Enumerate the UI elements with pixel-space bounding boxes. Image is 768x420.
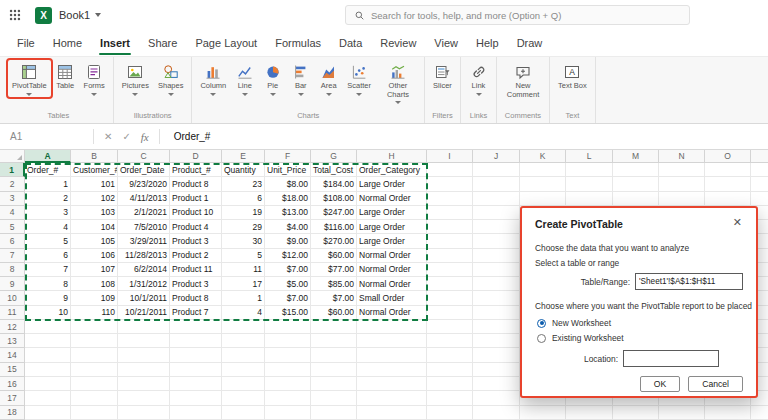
column-header-I[interactable]: I	[427, 150, 473, 163]
cell-H12[interactable]	[357, 320, 427, 334]
column-header-N[interactable]: N	[659, 150, 705, 163]
cell-C11[interactable]: 10/21/2011	[118, 306, 170, 320]
cell-C15[interactable]	[118, 363, 170, 377]
row-header-11[interactable]: 11	[0, 306, 25, 320]
cell-G9[interactable]: $85.00	[311, 277, 357, 291]
cell-D8[interactable]: Product 11	[170, 263, 222, 277]
row-header-15[interactable]: 15	[0, 363, 25, 377]
cell-H17[interactable]	[357, 391, 427, 405]
bar-button[interactable]: Bar	[287, 60, 314, 97]
cell-J15[interactable]	[473, 363, 520, 377]
cell-D3[interactable]: Product 1	[170, 192, 222, 206]
cell-E18[interactable]	[222, 406, 265, 420]
cell-G14[interactable]	[311, 348, 357, 362]
cell-A12[interactable]	[25, 320, 71, 334]
cell-C8[interactable]: 6/2/2014	[118, 263, 170, 277]
slicer-button[interactable]: Slicer	[429, 60, 456, 92]
cell-B16[interactable]	[71, 377, 118, 391]
cell-E13[interactable]	[222, 334, 265, 348]
cell-F3[interactable]: $18.00	[265, 192, 311, 206]
cell-D1[interactable]: Product_#	[170, 163, 222, 177]
cell-F17[interactable]	[265, 391, 311, 405]
cell-I7[interactable]	[427, 249, 473, 263]
cell-N18[interactable]	[659, 406, 705, 420]
cell-A15[interactable]	[25, 363, 71, 377]
cell-C17[interactable]	[118, 391, 170, 405]
cell-C9[interactable]: 1/31/2012	[118, 277, 170, 291]
cell-I11[interactable]	[427, 306, 473, 320]
cell-I1[interactable]	[427, 163, 473, 177]
cell-H6[interactable]: Large Order	[357, 234, 427, 248]
cell-G2[interactable]: $184.00	[311, 177, 357, 191]
cell-J9[interactable]	[473, 277, 520, 291]
cell-F16[interactable]	[265, 377, 311, 391]
menu-tab-file[interactable]: File	[8, 31, 44, 55]
cell-E12[interactable]	[222, 320, 265, 334]
cell-G13[interactable]	[311, 334, 357, 348]
cell-J12[interactable]	[473, 320, 520, 334]
row-header-18[interactable]: 18	[0, 406, 25, 420]
cell-J13[interactable]	[473, 334, 520, 348]
cell-F8[interactable]: $7.00	[265, 263, 311, 277]
row-header-5[interactable]: 5	[0, 220, 25, 234]
cell-G11[interactable]: $60.00	[311, 306, 357, 320]
select-all-corner[interactable]	[0, 150, 25, 163]
cell-E4[interactable]: 19	[222, 206, 265, 220]
cell-K3[interactable]	[520, 192, 566, 206]
cell-D7[interactable]: Product 2	[170, 249, 222, 263]
cell-A2[interactable]: 1	[25, 177, 71, 191]
cell-H2[interactable]: Large Order	[357, 177, 427, 191]
cell-I8[interactable]	[427, 263, 473, 277]
column-header-J[interactable]: J	[473, 150, 520, 163]
cell-B13[interactable]	[71, 334, 118, 348]
menu-tab-view[interactable]: View	[425, 31, 467, 55]
cell-C4[interactable]: 2/1/2021	[118, 206, 170, 220]
cell-L2[interactable]	[566, 177, 613, 191]
existing-worksheet-option[interactable]: Existing Worksheet	[535, 333, 743, 343]
area-button[interactable]: Area	[315, 60, 342, 97]
cell-I13[interactable]	[427, 334, 473, 348]
cell-D12[interactable]	[170, 320, 222, 334]
cell-J18[interactable]	[473, 406, 520, 420]
cell-I5[interactable]	[427, 220, 473, 234]
cell-J5[interactable]	[473, 220, 520, 234]
menu-tab-page-layout[interactable]: Page Layout	[186, 31, 266, 55]
cell-A16[interactable]	[25, 377, 71, 391]
other-charts-button[interactable]: Other Charts	[376, 60, 420, 105]
cell-I18[interactable]	[427, 406, 473, 420]
cell-M1[interactable]	[613, 163, 659, 177]
cell-F7[interactable]: $12.00	[265, 249, 311, 263]
cell-B18[interactable]	[71, 406, 118, 420]
cell-J10[interactable]	[473, 291, 520, 305]
cell-B15[interactable]	[71, 363, 118, 377]
location-input[interactable]	[623, 350, 719, 367]
cell-N2[interactable]	[659, 177, 705, 191]
line-button[interactable]: Line	[231, 60, 258, 97]
cell-G12[interactable]	[311, 320, 357, 334]
formula-content[interactable]: Order_#	[174, 131, 211, 142]
row-header-12[interactable]: 12	[0, 320, 25, 334]
column-header-A[interactable]: A	[25, 150, 71, 163]
cell-K2[interactable]	[520, 177, 566, 191]
cell-J16[interactable]	[473, 377, 520, 391]
cell-F4[interactable]: $13.00	[265, 206, 311, 220]
cell-G1[interactable]: Total_Cost	[311, 163, 357, 177]
menu-tab-home[interactable]: Home	[44, 31, 91, 55]
cell-D15[interactable]	[170, 363, 222, 377]
cell-C13[interactable]	[118, 334, 170, 348]
cell-A6[interactable]: 5	[25, 234, 71, 248]
cell-A13[interactable]	[25, 334, 71, 348]
cell-I10[interactable]	[427, 291, 473, 305]
cell-F1[interactable]: Unit_Price	[265, 163, 311, 177]
row-header-13[interactable]: 13	[0, 334, 25, 348]
cell-G7[interactable]: $60.00	[311, 249, 357, 263]
cell-H14[interactable]	[357, 348, 427, 362]
cell-H15[interactable]	[357, 363, 427, 377]
cell-G16[interactable]	[311, 377, 357, 391]
cell-L18[interactable]	[566, 406, 613, 420]
cell-D4[interactable]: Product 10	[170, 206, 222, 220]
cell-E3[interactable]: 6	[222, 192, 265, 206]
cell-F6[interactable]: $9.00	[265, 234, 311, 248]
cell-H7[interactable]: Normal Order	[357, 249, 427, 263]
menu-tab-draw[interactable]: Draw	[508, 31, 552, 55]
